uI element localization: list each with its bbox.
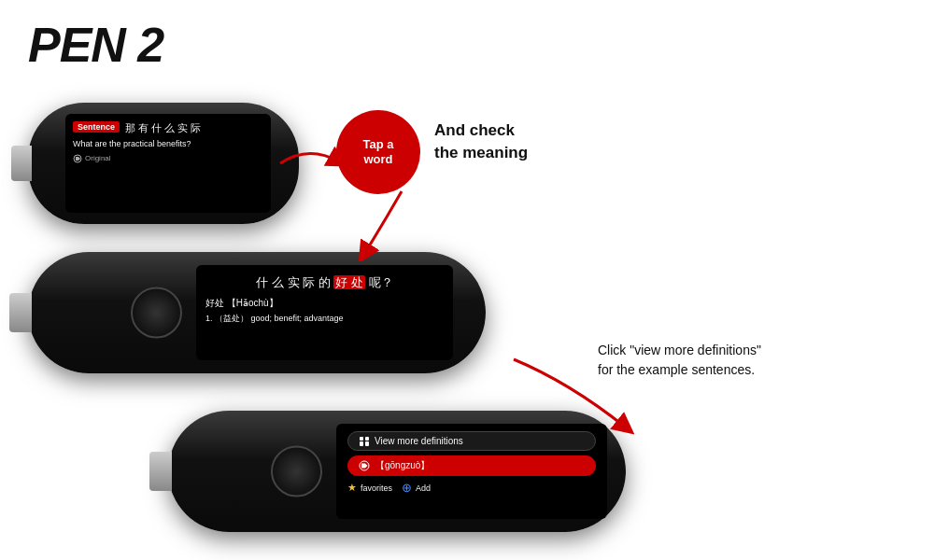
page-title: PEN 2 [28, 17, 163, 73]
pen-screen-top: Sentence 那 有 什 么 实 际 What are the practi… [65, 114, 271, 213]
arrow-1 [327, 187, 476, 261]
star-icon: ★ [347, 482, 357, 494]
word-title-mid: 好处 【Hǎochù】 [205, 297, 444, 310]
grid-icon [360, 437, 369, 446]
pen-device-top: Sentence 那 有 什 么 实 际 What are the practi… [28, 103, 299, 224]
audio-line-top: Original [73, 154, 263, 163]
sentence-tag: Sentence [73, 121, 120, 133]
plus-circle-icon: ⊕ [402, 481, 412, 495]
favorites-button[interactable]: ★ favorites [347, 482, 392, 494]
pen-button-mid [131, 287, 182, 339]
pen-device-middle: 什 么 实 际 的 好 处 呢？ 好处 【Hǎochù】 1. （益处） goo… [28, 252, 486, 373]
pen-tip-mid [9, 293, 32, 332]
pen-button-bot [271, 446, 322, 497]
highlighted-word: 好 处 [333, 275, 365, 289]
add-button[interactable]: ⊕ Add [402, 481, 431, 495]
favorites-label: favorites [361, 483, 392, 493]
tap-word-text: Tap aword [363, 137, 394, 166]
and-check-text: And check the meaning [434, 119, 528, 164]
pronunciation-label: 【gōngzuò】 [375, 459, 430, 472]
chinese-sentence-mid: 什 么 实 际 的 好 处 呢？ [205, 274, 444, 291]
chinese-text-top: 那 有 什 么 实 际 [125, 121, 201, 135]
definition-text-mid: 1. （益处） good; benefit; advantage [205, 313, 444, 325]
add-label: Add [416, 483, 431, 493]
pen-tip-top [11, 146, 32, 181]
tap-word-bubble: Tap aword [336, 110, 420, 194]
pronunciation-button[interactable]: 【gōngzuò】 [347, 455, 596, 476]
pen-tip-bot [149, 452, 172, 491]
pen-body-top: Sentence 那 有 什 么 实 际 What are the practi… [28, 103, 299, 224]
english-text-top: What are the practical benefits? [73, 139, 263, 150]
svg-marker-1 [76, 157, 80, 161]
bottom-actions: ★ favorites ⊕ Add [347, 481, 596, 495]
arrow-2 [495, 355, 644, 439]
view-more-label: View more definitions [375, 436, 463, 446]
speaker-icon-bot [359, 460, 370, 471]
svg-marker-3 [361, 464, 368, 469]
pen-screen-mid: 什 么 实 际 的 好 处 呢？ 好处 【Hǎochù】 1. （益处） goo… [196, 265, 453, 360]
pen-body-mid: 什 么 实 际 的 好 处 呢？ 好处 【Hǎochù】 1. （益处） goo… [28, 252, 486, 373]
arrow-top-to-bubble [276, 135, 346, 191]
speaker-icon-top [73, 154, 82, 163]
